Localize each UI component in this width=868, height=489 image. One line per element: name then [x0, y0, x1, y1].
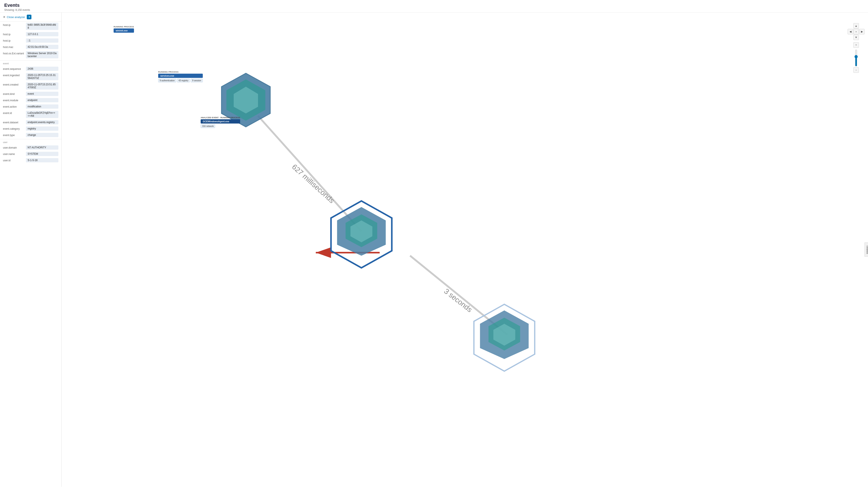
page-header: Events Showing: 8,150 events	[0, 0, 868, 12]
edge-label-services-gce: 3 seconds	[442, 287, 474, 314]
field-label: event.id	[3, 111, 24, 115]
field-value: S-1-5-18	[26, 158, 58, 162]
field-label: event.sequence	[3, 67, 24, 70]
timeline-tab[interactable]: Timeline	[864, 242, 868, 257]
node-name-badge-wininit[interactable]: wininit.exe	[114, 28, 134, 33]
node-name-badge-gce[interactable]: GCEWindowsAgent.exe	[200, 119, 240, 124]
field-value: Windows Server 2019 Datacenter	[26, 51, 58, 58]
page-subtitle: Showing: 8,150 events	[4, 8, 864, 11]
field-label: user.id	[3, 158, 24, 162]
nav-controls: ▲ ◀ ● ▶ ▼ + −	[848, 23, 865, 73]
field-row-event-ingested: event.ingested 2020-11-05T15:25:15.31564…	[0, 72, 61, 81]
stat-badge-network: 316 network	[200, 124, 215, 128]
main-container: ✕ Close analyzer ✦ host.ip fe80::9895:3b…	[0, 12, 868, 487]
field-value: modification	[26, 104, 58, 109]
left-panel: ✕ Close analyzer ✦ host.ip fe80::9895:3b…	[0, 12, 62, 487]
node-type-wininit: RUNNING PROCESS	[114, 26, 134, 28]
field-row-host-ip-2: host.ip 127.0.0.1	[0, 31, 61, 37]
nav-right-button[interactable]: ▶	[859, 29, 865, 34]
field-row-host-ip-1: host.ip fe80::9895:3b3f:9948:dfd8	[0, 22, 61, 31]
node-label-services: RUNNING PROCESS services.exe 9 authentic…	[158, 71, 203, 83]
field-row-event-type: event.type change	[0, 132, 61, 138]
right-panel: 627 milliseconds 3 seconds	[62, 12, 868, 487]
zoom-out-button[interactable]: −	[854, 67, 859, 73]
field-label: event.action	[3, 104, 24, 108]
field-value: LuDvza5kOFZYqEFm++++/68	[26, 111, 58, 118]
field-value: 2436	[26, 67, 58, 71]
host-fields-section: host.ip fe80::9895:3b3f:9948:dfd8 host.i…	[0, 22, 61, 59]
graph-area[interactable]: 627 milliseconds 3 seconds	[62, 12, 868, 487]
field-row-user-name: user.name SYSTEM	[0, 151, 61, 157]
field-row-event-created: event.created 2020-11-05T15:23:51.854709…	[0, 81, 61, 91]
field-label: event.ingested	[3, 73, 24, 77]
event-section-header: event	[0, 60, 61, 66]
directional-pad: ▲ ◀ ● ▶ ▼	[848, 23, 865, 40]
field-row-event-id: event.id LuDvza5kOFZYqEFm++++/68	[0, 110, 61, 119]
field-label: event.category	[3, 127, 24, 130]
field-value: SYSTEM	[26, 152, 58, 156]
field-row-event-sequence: event.sequence 2436	[0, 66, 61, 72]
nav-down-button[interactable]: ▼	[854, 35, 859, 40]
node-label-wininit: RUNNING PROCESS wininit.exe	[114, 26, 134, 34]
node-type-gce: ANALYZED EVENT · RUNNING PROCESS	[200, 117, 240, 119]
field-label: host.mac	[3, 45, 24, 48]
field-value: NT AUTHORITY	[26, 145, 58, 150]
node-stats-gce: 316 network	[200, 124, 240, 128]
graph-svg: 627 milliseconds 3 seconds	[62, 12, 868, 487]
field-row-event-dataset: event.dataset endpoint.events.registry	[0, 119, 61, 125]
field-label: host.ip	[3, 32, 24, 36]
zoom-slider-container	[854, 50, 858, 66]
field-label: event.dataset	[3, 120, 24, 124]
field-row-event-kind: event.kind event	[0, 91, 61, 97]
page-title: Events	[4, 3, 864, 8]
field-label: host.ip	[3, 23, 24, 27]
stat-badge-registry: 43 registry	[177, 79, 190, 83]
field-label: user.domain	[3, 145, 24, 149]
field-value: 2020-11-05T15:23:51.8547093Z	[26, 83, 58, 90]
close-analyzer-label: Close analyzer	[7, 15, 25, 19]
nav-center-button[interactable]: ●	[854, 29, 859, 34]
svg-line-0	[258, 116, 361, 231]
field-row-user-domain: user.domain NT AUTHORITY	[0, 144, 61, 151]
stat-badge-authentication: 9 authentication	[158, 79, 176, 83]
field-value: fe80::9895:3b3f:9948:dfd8	[26, 23, 58, 30]
field-value: registry	[26, 127, 58, 131]
field-label: host.ip	[3, 38, 24, 42]
zoom-in-button[interactable]: +	[854, 42, 859, 48]
nav-up-button[interactable]: ▲	[854, 23, 859, 29]
field-value: ::1	[26, 38, 58, 43]
field-label: event.kind	[3, 92, 24, 96]
field-label: user.name	[3, 152, 24, 156]
stat-badge-session: 9 session	[191, 79, 203, 83]
field-value: 2020-11-05T15:25:15.315642073Z	[26, 73, 58, 80]
node-type-services: RUNNING PROCESS	[158, 71, 203, 73]
node-name-badge-services[interactable]: services.exe	[158, 74, 203, 78]
field-value: 127.0.0.1	[26, 32, 58, 36]
field-row-event-category: event.category registry	[0, 125, 61, 132]
field-label: event.created	[3, 83, 24, 86]
field-row-host-mac: host.mac 42:01:0a:c9:00:3a	[0, 44, 61, 50]
close-x-icon: ✕	[3, 15, 5, 19]
node-services[interactable]	[331, 201, 392, 268]
event-fields-section: event.sequence 2436 event.ingested 2020-…	[0, 66, 61, 138]
field-value: event	[26, 92, 58, 96]
field-label: event.type	[3, 133, 24, 137]
close-analyzer-button[interactable]: ✕ Close analyzer	[3, 15, 25, 19]
field-row-host-os: host.os.Ext.variant Windows Server 2019 …	[0, 50, 61, 59]
close-analyzer-bar: ✕ Close analyzer ✦	[0, 12, 61, 22]
field-row-event-action: event.action modification	[0, 103, 61, 110]
field-value: change	[26, 133, 58, 137]
user-section-header: user	[0, 139, 61, 144]
edge-label-wininit-services: 627 milliseconds	[290, 163, 336, 205]
timeline-tab-label: Timeline	[866, 245, 868, 254]
field-value: 42:01:0a:c9:00:3a	[26, 45, 58, 49]
field-label: event.module	[3, 98, 24, 102]
nav-left-button[interactable]: ◀	[848, 29, 853, 34]
node-label-gce: ANALYZED EVENT · RUNNING PROCESS GCEWind…	[200, 117, 240, 128]
field-value: endpoint.events.registry	[26, 120, 58, 124]
field-row-user-id: user.id S-1-5-18	[0, 157, 61, 163]
field-row-host-ip-3: host.ip ::1	[0, 37, 61, 44]
zoom-slider[interactable]	[854, 50, 858, 66]
user-fields-section: user.domain NT AUTHORITY user.name SYSTE…	[0, 144, 61, 163]
node-stats-services: 9 authentication 43 registry 9 session	[158, 79, 203, 83]
